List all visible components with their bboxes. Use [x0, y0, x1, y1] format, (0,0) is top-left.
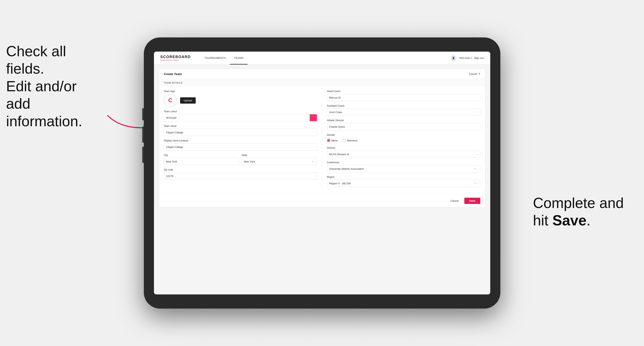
region-group: Region Region II - (M) DIII × ⌄	[327, 176, 480, 187]
state-label: State	[242, 154, 317, 157]
team-logo-label: Team logo	[164, 90, 317, 93]
region-value: Region II - (M) DIII	[329, 182, 351, 185]
zip-label: Zip code	[164, 168, 317, 171]
team-name-group: Team name	[164, 125, 317, 136]
gender-label: Gender	[327, 134, 480, 136]
tablet-frame: SCOREBOARD Powered by clippd TOURNAMENTS…	[144, 37, 500, 309]
section-header: TEAM DETAILS	[159, 79, 485, 86]
gender-womens-option[interactable]: Womens	[342, 139, 357, 142]
assistant-coach-label: Assistant Coach	[327, 104, 480, 107]
region-clear-icon[interactable]: ×	[474, 182, 476, 185]
state-select-wrapper: × ⌄	[242, 158, 317, 165]
region-icons: × ⌄	[474, 182, 478, 185]
city-input[interactable]	[164, 158, 239, 165]
team-logo-group: Team logo C Upload	[164, 90, 317, 107]
tablet-screen: SCOREBOARD Powered by clippd TOURNAMENTS…	[154, 52, 490, 294]
complete-bold: Save	[552, 212, 586, 228]
zip-input[interactable]	[164, 173, 317, 180]
nav-teams[interactable]: TEAMS	[230, 52, 248, 65]
instruction-line2: Edit and/or add	[6, 78, 76, 112]
tablet-volume-down	[142, 147, 144, 163]
panel-footer: Cancel Save	[159, 194, 485, 207]
nav-right: 👤 Test User | Sign out	[450, 55, 484, 61]
form-right: Head Coach Assistant Coach Athletic Dire…	[322, 86, 485, 194]
state-icons: × ⌄	[312, 160, 316, 163]
complete-line1: Complete and	[533, 195, 624, 211]
team-colour-label: Team colour	[164, 110, 317, 113]
conference-label: Conference	[327, 161, 480, 164]
region-label: Region	[327, 176, 480, 178]
gender-womens-radio[interactable]	[342, 139, 346, 142]
create-team-panel: Create Team Cancel × TEAM DETAILS Team l…	[159, 69, 486, 207]
color-swatch[interactable]	[310, 114, 317, 121]
conference-field[interactable]: University Athletic Association	[327, 165, 480, 173]
gender-row: Mens Womens	[327, 138, 480, 143]
close-x-icon[interactable]: ×	[478, 72, 480, 76]
form-body: Team logo C Upload Team colour	[159, 86, 485, 194]
state-chevron-icon: ⌄	[314, 160, 316, 163]
zip-code-group: Zip code	[164, 168, 317, 180]
user-name: Test User |	[459, 56, 472, 59]
assistant-coach-input[interactable]	[327, 108, 480, 116]
tablet-side-button	[142, 108, 144, 120]
team-name-label: Team name	[164, 125, 317, 128]
athletic-director-group: Athletic Director	[327, 119, 480, 130]
color-text-input[interactable]	[164, 114, 310, 121]
main-content: Create Team Cancel × TEAM DETAILS Team l…	[154, 65, 490, 294]
city-subgroup: City	[164, 154, 239, 165]
gender-group: Gender Mens Womens	[327, 134, 480, 143]
instruction-line1: Check all fields.	[6, 43, 66, 77]
region-field[interactable]: Region II - (M) DIII	[327, 180, 480, 187]
gender-womens-label: Womens	[347, 139, 357, 142]
display-name-label: Display name (unique)	[164, 139, 317, 142]
cancel-button[interactable]: Cancel	[447, 198, 462, 204]
display-name-group: Display name (unique)	[164, 139, 317, 151]
complete-line2: hit	[533, 212, 552, 228]
head-coach-input[interactable]	[327, 94, 480, 101]
upload-button[interactable]: Upload	[180, 97, 196, 104]
city-state-row: City State × ⌄	[164, 154, 317, 165]
gender-mens-label: Mens	[332, 139, 338, 142]
head-coach-group: Head Coach	[327, 90, 480, 101]
cancel-label: Cancel	[469, 72, 477, 75]
save-button[interactable]: Save	[464, 198, 480, 204]
panel-header: Create Team Cancel ×	[159, 69, 485, 79]
conference-value: University Athletic Association	[329, 167, 364, 170]
city-label: City	[164, 154, 239, 157]
user-avatar: 👤	[450, 55, 456, 61]
conference-group: Conference University Athletic Associati…	[327, 161, 480, 173]
nav-links: TOURNAMENTS TEAMS	[200, 52, 450, 65]
team-colour-group: Team colour	[164, 110, 317, 121]
logo-circle: C	[164, 94, 177, 107]
logo-upload-area: C Upload	[164, 94, 317, 107]
nav-tournaments[interactable]: TOURNAMENTS	[200, 52, 230, 65]
panel-close-button[interactable]: Cancel ×	[469, 72, 480, 76]
navbar: SCOREBOARD Powered by clippd TOURNAMENTS…	[154, 52, 490, 65]
head-coach-label: Head Coach	[327, 90, 480, 93]
panel-title: Create Team	[164, 72, 182, 76]
state-subgroup: State × ⌄	[242, 154, 317, 165]
logo-subtitle: Powered by clippd	[160, 59, 191, 61]
sign-out-link[interactable]: Sign out	[474, 56, 484, 59]
athletic-director-input[interactable]	[327, 123, 480, 130]
color-input-row	[164, 114, 317, 121]
region-select-wrapper: Region II - (M) DIII × ⌄	[327, 180, 480, 187]
tablet-volume-up	[142, 127, 144, 143]
team-name-input[interactable]	[164, 129, 317, 136]
conference-select-wrapper: University Athletic Association × ⌄	[327, 165, 480, 173]
display-name-input[interactable]	[164, 143, 317, 151]
logo-title: SCOREBOARD	[160, 55, 191, 59]
division-select[interactable]: NCAA Division III	[327, 151, 480, 158]
gender-mens-option[interactable]: Mens	[327, 139, 338, 142]
instruction-left: Check all fields. Edit and/or add inform…	[6, 42, 91, 130]
instruction-line3: information.	[6, 113, 82, 129]
division-group: Division NCAA Division III ⌄	[327, 147, 480, 158]
state-input[interactable]	[242, 158, 317, 165]
assistant-coach-group: Assistant Coach	[327, 104, 480, 116]
gender-mens-radio[interactable]	[327, 139, 330, 142]
conference-clear-icon[interactable]: ×	[474, 167, 476, 170]
city-state-group: City State × ⌄	[164, 154, 317, 165]
logo-area: SCOREBOARD Powered by clippd	[160, 55, 191, 61]
state-clear-icon[interactable]: ×	[312, 160, 313, 163]
division-label: Division	[327, 147, 480, 149]
